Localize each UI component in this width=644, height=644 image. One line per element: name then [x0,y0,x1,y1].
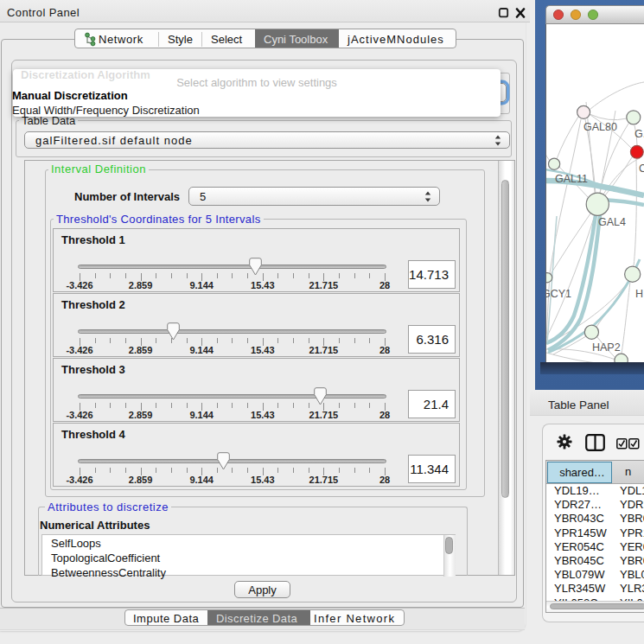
svg-text:GAL4: GAL4 [598,216,626,228]
svg-text:HAP2: HAP2 [592,341,621,354]
svg-text:GAL80: GAL80 [583,121,617,133]
svg-text:C: C [639,163,644,175]
svg-text:H: H [635,288,643,300]
svg-text:GAL11: GAL11 [555,173,588,185]
svg-text:GCY1: GCY1 [546,288,571,300]
svg-text:G.: G. [634,128,644,140]
